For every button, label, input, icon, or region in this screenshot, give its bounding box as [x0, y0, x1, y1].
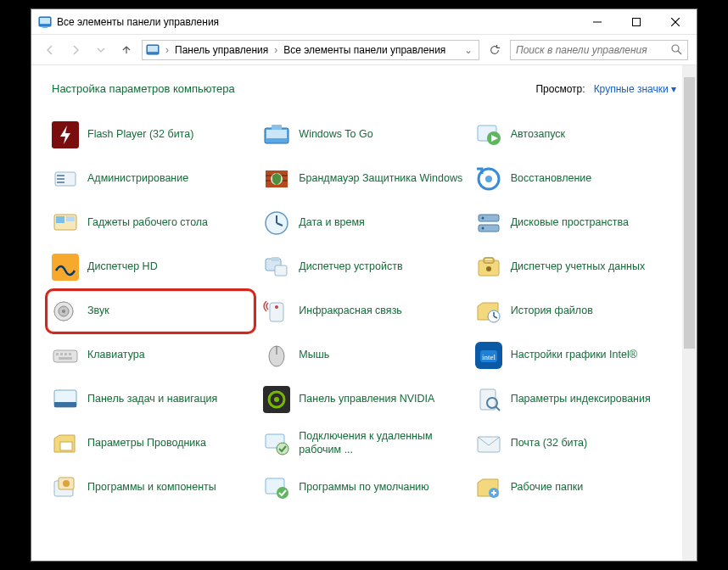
control-panel-item[interactable]: Автозапуск: [475, 119, 676, 151]
nav-recent-button[interactable]: [91, 40, 111, 60]
control-panel-item[interactable]: Параметры индексирования: [475, 383, 676, 416]
chevron-right-icon: ›: [274, 44, 277, 56]
control-panel-item[interactable]: Диспетчер HD: [52, 251, 253, 283]
control-panel-item[interactable]: Подключения к удаленным рабочим ...: [263, 428, 464, 460]
close-button[interactable]: [656, 9, 695, 34]
item-label: Гаджеты рабочего стола: [87, 216, 208, 230]
item-label: Параметры Проводника: [87, 437, 206, 450]
mouse-icon: [263, 342, 290, 369]
control-panel-item[interactable]: Flash Player (32 бита): [52, 119, 253, 151]
svg-rect-2: [42, 26, 48, 28]
nvidia-icon: [263, 386, 290, 413]
item-label: Рабочие папки: [511, 481, 584, 495]
control-panel-item[interactable]: Панель управления NVIDIA: [263, 383, 464, 416]
content-area: Настройка параметров компьютера Просмотр…: [31, 65, 697, 561]
view-label: Просмотр:: [535, 83, 585, 95]
control-panel-item[interactable]: Рабочие папки: [475, 472, 676, 504]
item-label: Подключения к удаленным рабочим ...: [299, 430, 464, 456]
breadcrumb-crumb-2[interactable]: Все элементы панели управления: [283, 44, 445, 56]
storagespaces-icon: [475, 210, 502, 237]
maximize-button[interactable]: [617, 9, 656, 34]
control-panel-item[interactable]: Мышь: [263, 339, 464, 372]
item-label: Брандмауэр Защитника Windows: [299, 172, 462, 186]
control-panel-item[interactable]: Дата и время: [263, 207, 464, 239]
view-control: Просмотр: Крупные значки ▾: [535, 83, 676, 95]
nav-forward-button[interactable]: [65, 40, 86, 60]
search-input[interactable]: [516, 44, 666, 56]
control-panel-item[interactable]: Параметры Проводника: [52, 428, 253, 460]
item-label: Программы и компоненты: [87, 481, 216, 495]
flash-icon: [52, 121, 79, 148]
item-label: Панель задач и навигация: [87, 393, 217, 406]
item-label: Программы по умолчанию: [299, 481, 428, 495]
chevron-down-icon[interactable]: ⌄: [464, 44, 473, 56]
firewall-icon: [263, 165, 290, 193]
item-label: Звук: [87, 305, 109, 318]
breadcrumb[interactable]: › Панель управления › Все элементы панел…: [142, 40, 479, 60]
control-panel-item[interactable]: Панель задач и навигация: [52, 383, 253, 416]
svg-line-10: [678, 51, 681, 54]
item-label: Дата и время: [299, 216, 365, 230]
item-label: История файлов: [511, 305, 593, 318]
view-dropdown[interactable]: Крупные значки ▾: [594, 83, 676, 95]
sound-icon: [52, 298, 79, 325]
breadcrumb-crumb-1[interactable]: Панель управления: [175, 44, 268, 56]
refresh-button[interactable]: [484, 40, 505, 60]
control-panel-item[interactable]: Программы и компоненты: [52, 472, 253, 504]
defaults-icon: [263, 474, 290, 501]
item-label: Панель управления NVIDIA: [299, 393, 434, 406]
control-panel-item[interactable]: Брандмауэр Защитника Windows: [263, 163, 464, 195]
svg-point-9: [672, 45, 679, 52]
mail-icon: [475, 430, 502, 457]
control-panel-item[interactable]: Почта (32 бита): [475, 428, 676, 460]
programs-icon: [52, 474, 79, 501]
svg-rect-4: [633, 18, 641, 25]
control-panel-item[interactable]: Восстановление: [475, 163, 676, 195]
control-panel-item[interactable]: Настройки графики Intel®: [475, 339, 676, 372]
autoplay-icon: [475, 121, 502, 148]
infrared-icon: [263, 298, 290, 325]
control-panel-icon: [38, 15, 52, 29]
control-panel-item[interactable]: Дисковые пространства: [475, 207, 676, 239]
control-panel-item[interactable]: История файлов: [475, 295, 676, 327]
control-panel-item[interactable]: Администрирование: [52, 163, 253, 195]
item-label: Почта (32 бита): [511, 437, 588, 450]
control-panel-item[interactable]: Инфракрасная связь: [263, 295, 464, 327]
item-label: Восстановление: [511, 172, 592, 186]
chevron-right-icon: ›: [165, 44, 169, 56]
address-bar: › Панель управления › Все элементы панел…: [31, 35, 697, 65]
taskbar-icon: [52, 386, 79, 413]
control-panel-item[interactable]: Программы по умолчанию: [263, 472, 464, 504]
item-label: Настройки графики Intel®: [511, 349, 637, 362]
windowstogo-icon: [263, 121, 290, 148]
nav-up-button[interactable]: [116, 40, 137, 60]
item-label: Параметры индексирования: [511, 393, 651, 406]
nav-back-button[interactable]: [40, 40, 60, 60]
search-box[interactable]: [510, 40, 688, 60]
remoteapp-icon: [263, 430, 290, 457]
page-title: Настройка параметров компьютера: [52, 82, 235, 95]
workfolders-icon: [475, 474, 502, 501]
control-panel-item[interactable]: Звук: [52, 295, 253, 327]
control-panel-item[interactable]: Клавиатура: [52, 339, 253, 372]
item-label: Дисковые пространства: [511, 216, 629, 230]
devmgr-icon: [263, 254, 290, 281]
control-panel-item[interactable]: Windows To Go: [263, 119, 464, 151]
minimize-button[interactable]: [578, 9, 617, 34]
item-label: Инфракрасная связь: [299, 305, 402, 318]
item-label: Windows To Go: [299, 128, 372, 142]
control-panel-item[interactable]: Диспетчер учетных данных: [475, 251, 676, 283]
item-label: Диспетчер устройств: [299, 260, 402, 274]
gadgets-icon: [52, 210, 79, 237]
datetime-icon: [263, 210, 290, 237]
item-label: Диспетчер HD: [87, 260, 158, 274]
admin-icon: [52, 165, 79, 193]
item-label: Мышь: [299, 349, 329, 362]
control-panel-item[interactable]: Диспетчер устройств: [263, 251, 464, 283]
realtek-icon: [52, 254, 79, 281]
control-panel-item[interactable]: Гаджеты рабочего стола: [52, 207, 253, 239]
item-label: Диспетчер учетных данных: [511, 260, 646, 274]
credmgr-icon: [475, 254, 502, 281]
item-label: Администрирование: [87, 172, 188, 186]
item-label: Flash Player (32 бита): [87, 128, 193, 142]
